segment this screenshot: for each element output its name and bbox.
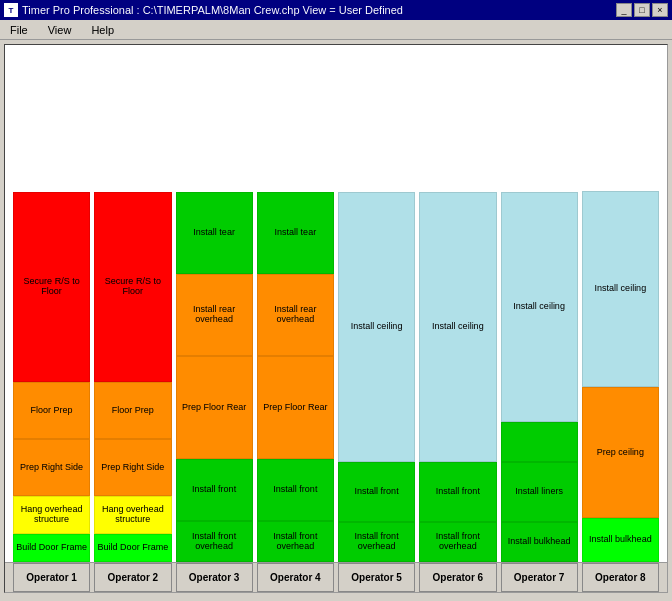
bar-container-1: Secure R/S to FloorFloor PrepPrep Right … [13,53,90,562]
segment-6-3: Install front overhead [419,522,496,562]
segment-7-1: Install ceiling [501,192,578,422]
segment-4-5: Install front overhead [257,521,334,562]
menu-view[interactable]: View [42,23,78,37]
segment-4-2: Install rear overhead [257,274,334,356]
footer-row: Operator 1Operator 2Operator 3Operator 4… [5,562,667,592]
segment-3-5: Install front overhead [176,521,253,562]
segment-3-1: Install tear [176,192,253,274]
segment-5-2: Install front [338,462,415,522]
footer-label-1: Operator 1 [13,563,90,592]
window-title: Timer Pro Professional : C:\TIMERPALM\8M… [22,4,616,16]
segment-4-3: Prep Floor Rear [257,356,334,459]
segment-4-4: Install front [257,459,334,521]
segment-8-3: Install bulkhead [582,518,659,562]
close-button[interactable]: × [652,3,668,17]
operator-col-3: Install tearInstall rear overheadPrep Fl… [176,53,253,562]
menu-help[interactable]: Help [85,23,120,37]
bar-container-6: Install ceilingInstall frontInstall fron… [419,53,496,562]
segment-4-1: Install tear [257,192,334,274]
segment-5-1: Install ceiling [338,192,415,462]
segment-6-1: Install ceiling [419,192,496,462]
segment-1-4: Hang overhead structure [13,496,90,534]
footer-label-4: Operator 4 [257,563,334,592]
operator-col-4: Install tearInstall rear overheadPrep Fl… [257,53,334,562]
segment-5-3: Install front overhead [338,522,415,562]
bar-container-2: Secure R/S to FloorFloor PrepPrep Right … [94,53,171,562]
operator-col-8: Install ceilingPrep ceilingInstall bulkh… [582,53,659,562]
segment-2-3: Prep Right Side [94,439,171,496]
bar-container-8: Install ceilingPrep ceilingInstall bulkh… [582,53,659,562]
segment-7-2 [501,422,578,462]
segment-3-2: Install rear overhead [176,274,253,356]
footer-label-8: Operator 8 [582,563,659,592]
footer-label-3: Operator 3 [176,563,253,592]
footer-label-5: Operator 5 [338,563,415,592]
segment-1-5: Build Door Frame [13,534,90,562]
main-content: Secure R/S to FloorFloor PrepPrep Right … [4,44,668,593]
bar-container-5: Install ceilingInstall frontInstall fron… [338,53,415,562]
segment-1-1: Secure R/S to Floor [13,192,90,382]
segment-2-1: Secure R/S to Floor [94,192,171,382]
menu-bar: File View Help [0,20,672,40]
operator-col-6: Install ceilingInstall frontInstall fron… [419,53,496,562]
window-controls: _ □ × [616,3,668,17]
segment-1-3: Prep Right Side [13,439,90,496]
operator-col-5: Install ceilingInstall frontInstall fron… [338,53,415,562]
segment-8-2: Prep ceiling [582,387,659,518]
minimize-button[interactable]: _ [616,3,632,17]
title-bar: T Timer Pro Professional : C:\TIMERPALM\… [0,0,672,20]
segment-3-4: Install front [176,459,253,521]
footer-label-6: Operator 6 [419,563,496,592]
segment-7-3: Install liners [501,462,578,522]
bar-container-3: Install tearInstall rear overheadPrep Fl… [176,53,253,562]
operator-col-2: Secure R/S to FloorFloor PrepPrep Right … [94,53,171,562]
segment-3-3: Prep Floor Rear [176,356,253,459]
footer-label-2: Operator 2 [94,563,171,592]
bar-container-4: Install tearInstall rear overheadPrep Fl… [257,53,334,562]
app-icon: T [4,3,18,17]
maximize-button[interactable]: □ [634,3,650,17]
menu-file[interactable]: File [4,23,34,37]
segment-1-2: Floor Prep [13,382,90,439]
segment-8-1: Install ceiling [582,191,659,387]
segment-2-2: Floor Prep [94,382,171,439]
segment-2-4: Hang overhead structure [94,496,171,534]
operator-col-7: Install ceilingInstall linersInstall bul… [501,53,578,562]
footer-label-7: Operator 7 [501,563,578,592]
chart-area: Secure R/S to FloorFloor PrepPrep Right … [5,45,667,562]
segment-6-2: Install front [419,462,496,522]
operator-col-1: Secure R/S to FloorFloor PrepPrep Right … [13,53,90,562]
bar-container-7: Install ceilingInstall linersInstall bul… [501,53,578,562]
segment-7-4: Install bulkhead [501,522,578,562]
segment-2-5: Build Door Frame [94,534,171,562]
